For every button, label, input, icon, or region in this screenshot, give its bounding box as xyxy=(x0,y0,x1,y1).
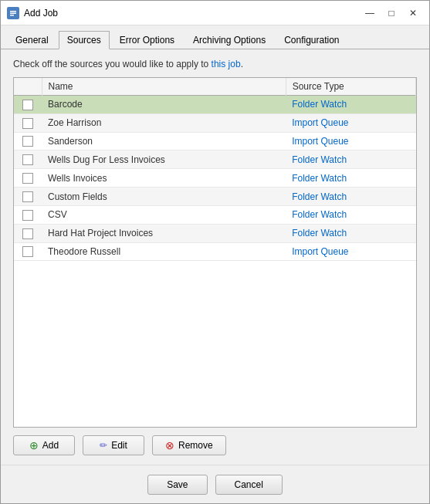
header-name: Name xyxy=(42,78,286,96)
table-header-row: Name Source Type xyxy=(14,78,416,96)
checkbox-4[interactable] xyxy=(22,173,33,184)
row-source-type: Import Queue xyxy=(286,113,415,132)
table-row: Wells Dug For Less InvoicesFolder Watch xyxy=(14,151,416,169)
edit-button[interactable]: ✏ Edit xyxy=(83,435,144,455)
row-source-type: Folder Watch xyxy=(286,188,415,206)
header-checkbox xyxy=(14,78,42,96)
row-checkbox-cell xyxy=(14,188,42,206)
row-checkbox-cell xyxy=(14,205,42,224)
add-icon: ⊕ xyxy=(29,439,39,452)
instruction-text: Check off the sources you would like to … xyxy=(13,59,417,69)
row-source-type: Import Queue xyxy=(286,242,415,261)
row-name: Zoe Harrison xyxy=(42,113,286,132)
remove-button[interactable]: ⊗ Remove xyxy=(152,435,226,455)
cancel-button[interactable]: Cancel xyxy=(215,475,283,495)
save-button[interactable]: Save xyxy=(147,475,207,495)
svg-rect-3 xyxy=(10,15,14,16)
add-button[interactable]: ⊕ Add xyxy=(13,435,75,455)
footer: Save Cancel xyxy=(1,465,429,503)
row-checkbox-cell xyxy=(14,132,42,151)
tab-general[interactable]: General xyxy=(7,31,57,49)
remove-icon: ⊗ xyxy=(165,439,174,452)
instruction-link: this job xyxy=(212,59,241,69)
row-name: Wells Invoices xyxy=(42,169,286,188)
table-body: BarcodeFolder WatchZoe HarrisonImport Qu… xyxy=(14,96,416,261)
action-buttons: ⊕ Add ✏ Edit ⊗ Remove xyxy=(13,435,417,455)
remove-label: Remove xyxy=(178,440,213,451)
edit-label: Edit xyxy=(111,440,127,451)
title-bar: Add Job — □ ✕ xyxy=(1,1,429,25)
tab-error-options[interactable]: Error Options xyxy=(111,31,183,49)
header-source-type: Source Type xyxy=(286,78,415,96)
checkbox-6[interactable] xyxy=(22,210,33,221)
checkbox-3[interactable] xyxy=(22,154,33,165)
tab-content: Check off the sources you would like to … xyxy=(1,49,429,465)
add-job-window: Add Job — □ ✕ General Sources Error Opti… xyxy=(0,0,430,504)
table-row: Theodore RussellImport Queue xyxy=(14,242,416,261)
sources-table-container: Name Source Type BarcodeFolder WatchZoe … xyxy=(13,77,417,428)
maximize-button[interactable]: □ xyxy=(381,5,401,22)
row-checkbox-cell xyxy=(14,169,42,188)
row-source-type: Folder Watch xyxy=(286,151,415,169)
checkbox-8[interactable] xyxy=(22,246,33,257)
tab-sources[interactable]: Sources xyxy=(59,31,110,49)
row-source-type: Folder Watch xyxy=(286,224,415,242)
row-name: Theodore Russell xyxy=(42,242,286,261)
row-name: Sanderson xyxy=(42,132,286,151)
checkbox-2[interactable] xyxy=(22,136,33,147)
row-name: CSV xyxy=(42,205,286,224)
row-checkbox-cell xyxy=(14,224,42,242)
table-row: CSVFolder Watch xyxy=(14,205,416,224)
svg-rect-1 xyxy=(10,11,16,12)
table-row: SandersonImport Queue xyxy=(14,132,416,151)
row-name: Hard Hat Project Invoices xyxy=(42,224,286,242)
row-checkbox-cell xyxy=(14,242,42,261)
table-row: Wells InvoicesFolder Watch xyxy=(14,169,416,188)
tab-configuration[interactable]: Configuration xyxy=(276,31,347,49)
checkbox-1[interactable] xyxy=(22,118,33,129)
table-row: Hard Hat Project InvoicesFolder Watch xyxy=(14,224,416,242)
checkbox-7[interactable] xyxy=(22,228,33,239)
window-title: Add Job xyxy=(24,8,360,19)
checkbox-5[interactable] xyxy=(22,191,33,202)
minimize-button[interactable]: — xyxy=(360,5,380,22)
tab-archiving-options[interactable]: Archiving Options xyxy=(185,31,274,49)
tab-bar: General Sources Error Options Archiving … xyxy=(1,25,429,49)
sources-table: Name Source Type BarcodeFolder WatchZoe … xyxy=(14,78,416,261)
add-label: Add xyxy=(42,440,59,451)
table-row: Custom FieldsFolder Watch xyxy=(14,188,416,206)
row-name: Custom Fields xyxy=(42,188,286,206)
table-row: BarcodeFolder Watch xyxy=(14,96,416,114)
row-source-type: Folder Watch xyxy=(286,205,415,224)
row-checkbox-cell xyxy=(14,151,42,169)
app-icon xyxy=(7,7,19,19)
window-controls: — □ ✕ xyxy=(360,5,423,22)
table-row: Zoe HarrisonImport Queue xyxy=(14,113,416,132)
row-name: Wells Dug For Less Invoices xyxy=(42,151,286,169)
row-name: Barcode xyxy=(42,96,286,114)
row-checkbox-cell xyxy=(14,96,42,114)
row-source-type: Import Queue xyxy=(286,132,415,151)
edit-icon: ✏ xyxy=(100,440,107,451)
row-source-type: Folder Watch xyxy=(286,96,415,114)
row-source-type: Folder Watch xyxy=(286,169,415,188)
row-checkbox-cell xyxy=(14,113,42,132)
svg-rect-2 xyxy=(10,12,16,14)
checkbox-0[interactable] xyxy=(22,100,33,110)
close-button[interactable]: ✕ xyxy=(403,5,423,22)
